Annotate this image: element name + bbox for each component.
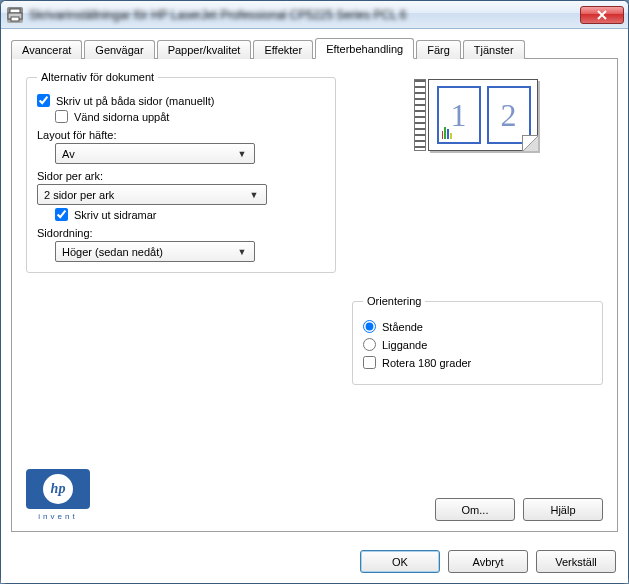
hp-tagline: invent [26, 512, 90, 521]
hp-logo: hp [26, 469, 90, 509]
color-bars-icon [442, 125, 452, 139]
page-order-value: Höger (sedan nedåt) [62, 246, 163, 258]
landscape-label: Liggande [382, 339, 427, 351]
dialog-button-row: OK Avbryt Verkställ [1, 542, 628, 583]
layout-preview: 1 2 [352, 71, 603, 155]
about-button[interactable]: Om... [435, 498, 515, 521]
portrait-radio[interactable] [363, 320, 376, 333]
pages-per-sheet-value: 2 sidor per ark [44, 189, 114, 201]
pages-per-sheet-label: Sidor per ark: [37, 170, 325, 182]
portrait-label: Stående [382, 321, 423, 333]
page-order-label: Sidordning: [37, 227, 325, 239]
page-1-preview: 1 [437, 86, 481, 144]
orientation-legend: Orientering [363, 295, 425, 307]
page-2-number: 2 [501, 97, 517, 134]
landscape-radio[interactable] [363, 338, 376, 351]
close-button[interactable] [580, 6, 624, 24]
print-page-borders-checkbox[interactable] [55, 208, 68, 221]
tab-color[interactable]: Färg [416, 40, 461, 59]
print-page-borders-label: Skriv ut sidramar [74, 209, 157, 221]
tab-services[interactable]: Tjänster [463, 40, 525, 59]
help-button[interactable]: Hjälp [523, 498, 603, 521]
chevron-down-icon: ▼ [246, 190, 262, 200]
dogear-icon [522, 135, 538, 151]
cancel-button[interactable]: Avbryt [448, 550, 528, 573]
apply-button[interactable]: Verkställ [536, 550, 616, 573]
client-area: Avancerat Genvägar Papper/kvalitet Effek… [1, 29, 628, 542]
document-options-group: Alternativ för dokument Skriv ut på båda… [26, 71, 336, 273]
close-icon [597, 10, 607, 20]
tab-panel-finishing: Alternativ för dokument Skriv ut på båda… [11, 59, 618, 532]
booklet-layout-value: Av [62, 148, 75, 160]
tab-paper-quality[interactable]: Papper/kvalitet [157, 40, 252, 59]
dialog-window: Skrivarinställningar för HP LaserJet Pro… [0, 0, 629, 584]
rotate-180-checkbox[interactable] [363, 356, 376, 369]
page-1-number: 1 [451, 97, 467, 134]
window-title: Skrivarinställningar för HP LaserJet Pro… [29, 8, 580, 22]
svg-rect-0 [10, 9, 20, 13]
document-options-legend: Alternativ för dokument [37, 71, 158, 83]
page-order-select[interactable]: Höger (sedan nedåt) ▼ [55, 241, 255, 262]
chevron-down-icon: ▼ [234, 149, 250, 159]
binder-icon [414, 79, 426, 151]
orientation-group: Orientering Stående Liggande Rotera 180 … [352, 295, 603, 385]
tab-finishing[interactable]: Efterbehandling [315, 38, 414, 59]
titlebar: Skrivarinställningar för HP LaserJet Pro… [1, 1, 628, 29]
printer-icon [7, 7, 23, 23]
booklet-layout-label: Layout för häfte: [37, 129, 325, 141]
chevron-down-icon: ▼ [234, 247, 250, 257]
pages-per-sheet-select[interactable]: 2 sidor per ark ▼ [37, 184, 267, 205]
tab-effects[interactable]: Effekter [253, 40, 313, 59]
hp-logo-block: hp invent [26, 469, 90, 521]
tab-advanced[interactable]: Avancerat [11, 40, 82, 59]
hp-logo-text: hp [43, 474, 73, 504]
tab-shortcuts[interactable]: Genvägar [84, 40, 154, 59]
sheet-icon: 1 2 [428, 79, 538, 151]
flip-pages-up-checkbox[interactable] [55, 110, 68, 123]
booklet-layout-select[interactable]: Av ▼ [55, 143, 255, 164]
rotate-180-label: Rotera 180 grader [382, 357, 471, 369]
ok-button[interactable]: OK [360, 550, 440, 573]
flip-pages-up-label: Vänd sidorna uppåt [74, 111, 169, 123]
svg-rect-2 [11, 17, 19, 21]
print-both-sides-label: Skriv ut på båda sidor (manuellt) [56, 95, 214, 107]
tab-strip: Avancerat Genvägar Papper/kvalitet Effek… [11, 37, 618, 59]
print-both-sides-checkbox[interactable] [37, 94, 50, 107]
